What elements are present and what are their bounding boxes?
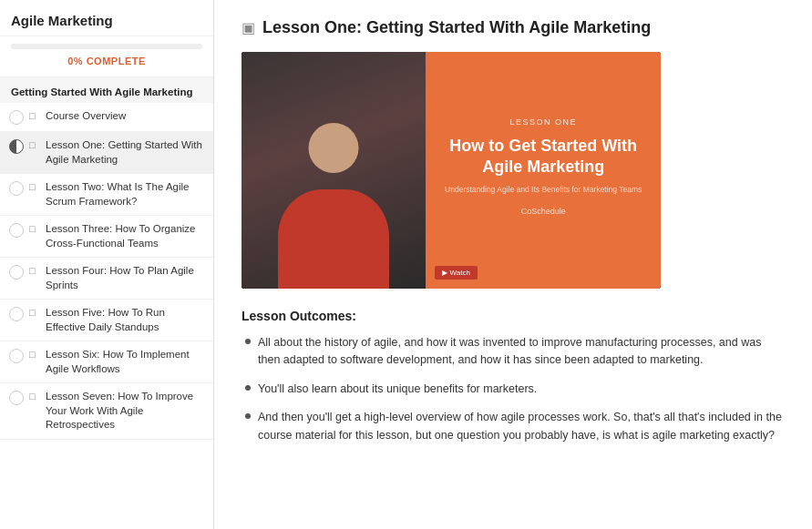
sidebar-item-lesson-seven[interactable]: □ Lesson Seven: How To Improve Your Work…: [0, 383, 213, 440]
progress-area: 0% COMPLETE: [0, 36, 213, 77]
sidebar-item-label: Lesson Two: What Is The Agile Scrum Fram…: [46, 180, 204, 209]
progress-bar-bg: [11, 44, 202, 49]
sidebar-title: Agile Marketing: [11, 13, 113, 28]
sidebar-item-label: Lesson Six: How To Implement Agile Workf…: [46, 348, 204, 376]
doc-icon: □: [29, 307, 40, 318]
outcome-text: And then you'll get a high-level overvie…: [258, 409, 785, 444]
video-container[interactable]: LESSON ONE How to Get Started With Agile…: [242, 52, 661, 289]
video-left-panel: [242, 52, 426, 289]
main-content: ▣ Lesson One: Getting Started With Agile…: [214, 0, 812, 529]
doc-icon: □: [29, 139, 40, 150]
bullet-icon: [245, 413, 251, 419]
completion-circle: [9, 110, 24, 125]
sidebar-item-label: Lesson One: Getting Started With Agile M…: [46, 138, 204, 167]
outcome-item-2: You'll also learn about its unique benef…: [242, 381, 785, 398]
sidebar-item-lesson-four[interactable]: □ Lesson Four: How To Plan Agile Sprints: [0, 258, 213, 300]
doc-icon: □: [29, 110, 40, 121]
sidebar-item-lesson-one[interactable]: □ Lesson One: Getting Started With Agile…: [0, 132, 213, 174]
completion-circle: [9, 307, 24, 321]
sidebar-item-lesson-five[interactable]: □ Lesson Five: How To Run Effective Dail…: [0, 300, 213, 341]
sidebar-item-course-overview[interactable]: □ Course Overview: [0, 103, 213, 132]
sidebar-item-label: Lesson Three: How To Organize Cross-Func…: [46, 222, 204, 250]
outcome-text: All about the history of agile, and how …: [258, 334, 785, 370]
video-person: [242, 52, 426, 289]
video-lesson-tag: LESSON ONE: [509, 117, 577, 127]
video-right-panel: LESSON ONE How to Get Started With Agile…: [426, 52, 661, 289]
sidebar-item-lesson-six[interactable]: □ Lesson Six: How To Implement Agile Wor…: [0, 341, 213, 383]
bullet-icon: [245, 385, 251, 391]
video-bottom-bar: ▶ Watch: [435, 266, 652, 280]
outcome-text: You'll also learn about its unique benef…: [258, 381, 537, 398]
doc-icon: □: [29, 265, 40, 276]
sidebar-item-lesson-three[interactable]: □ Lesson Three: How To Organize Cross-Fu…: [0, 216, 213, 258]
video-main-title: How to Get Started With Agile Marketing: [438, 136, 648, 178]
sidebar-item-label: Lesson Four: How To Plan Agile Sprints: [46, 264, 204, 292]
completion-circle: [9, 181, 24, 196]
doc-icon: □: [29, 391, 40, 402]
completion-circle: [9, 391, 24, 405]
outcome-item-3: And then you'll get a high-level overvie…: [242, 409, 785, 444]
video-logo: CoSchedule: [521, 207, 566, 216]
outcomes-title: Lesson Outcomes:: [242, 309, 785, 323]
sidebar-header: Agile Marketing: [0, 0, 213, 36]
sidebar: Agile Marketing 0% COMPLETE Getting Star…: [0, 0, 214, 529]
sidebar-item-lesson-two[interactable]: □ Lesson Two: What Is The Agile Scrum Fr…: [0, 174, 213, 216]
section-heading: Getting Started With Agile Marketing: [0, 77, 213, 103]
sidebar-item-label: Lesson Seven: How To Improve Your Work W…: [46, 390, 204, 432]
outcome-item-1: All about the history of agile, and how …: [242, 334, 785, 370]
sidebar-item-label: Course Overview: [46, 109, 126, 124]
progress-label: 0% COMPLETE: [67, 56, 146, 66]
bullet-icon: [245, 339, 251, 344]
completion-circle: [9, 265, 24, 280]
video-subtitle: Understanding Agile and Its Benefits for…: [445, 185, 642, 194]
lesson-title-row: ▣ Lesson One: Getting Started With Agile…: [242, 18, 785, 37]
doc-icon: □: [29, 349, 40, 360]
completion-circle: [9, 223, 24, 238]
completion-circle: [9, 349, 24, 363]
completion-circle-half: [9, 139, 24, 154]
doc-icon: □: [29, 181, 40, 192]
lesson-main-title: Lesson One: Getting Started With Agile M…: [262, 18, 651, 37]
video-play-button[interactable]: ▶ Watch: [435, 266, 478, 280]
doc-icon: □: [29, 223, 40, 234]
lesson-doc-icon: ▣: [242, 19, 255, 36]
sidebar-item-label: Lesson Five: How To Run Effective Daily …: [46, 306, 204, 334]
